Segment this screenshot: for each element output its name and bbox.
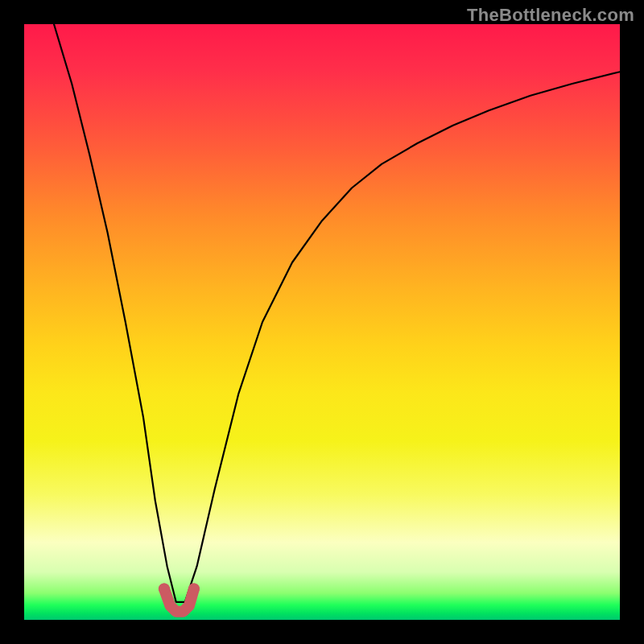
stub-endpoint-right (188, 584, 200, 595)
stub-endpoint-left (159, 584, 170, 595)
chart-svg (24, 24, 620, 620)
plot-area (24, 24, 620, 620)
main-curve (54, 24, 620, 602)
watermark-text: TheBottleneck.com (467, 5, 634, 26)
chart-frame: TheBottleneck.com (0, 0, 644, 644)
